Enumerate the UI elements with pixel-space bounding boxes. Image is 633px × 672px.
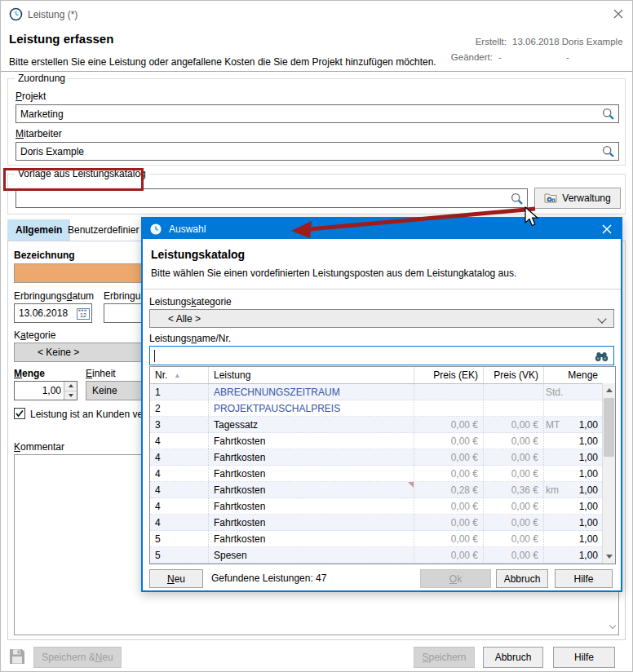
dialog-close-icon[interactable] (601, 223, 613, 235)
kategorie-value: < Keine > (38, 347, 79, 358)
zuordnung-legend: Zuordnung (15, 73, 69, 84)
dialog-clock-icon (149, 223, 162, 236)
window-title: Leistung (*) (28, 9, 77, 20)
table-row[interactable]: 4Fahrtkosten0,28 €0,36 €km1,00 (150, 482, 615, 498)
bezeichnung-label: Bezeichnung (14, 250, 75, 261)
billable-checkbox-label: Leistung ist an Kunden ve (30, 409, 143, 420)
clock-icon (9, 7, 23, 21)
vorlage-search-icon[interactable] (511, 192, 524, 208)
projekt-value: Marketing (20, 108, 64, 120)
col-header-menge[interactable]: Menge (544, 367, 603, 383)
table-row[interactable]: 4Fahrtkosten0,00 €0,00 €1,00 (150, 498, 615, 515)
menge-down-button[interactable] (64, 391, 77, 400)
leistungskategorie-value: < Alle > (168, 313, 201, 325)
verwaltung-label: Verwaltung (562, 192, 610, 204)
mitarbeiter-label: Mitarbeiter (15, 128, 62, 139)
col-header-nr[interactable]: Nr. ▲ (150, 367, 209, 383)
table-header-row: Nr. ▲ Leistung Preis (EK) Preis (VK) Men… (150, 367, 615, 384)
projekt-search-icon[interactable] (602, 108, 615, 123)
created-value: 13.06.2018 Doris Example (512, 37, 623, 46)
sort-asc-icon: ▲ (174, 372, 180, 379)
table-row[interactable]: 2PROJEKTPAUSCHALPREIS (150, 400, 615, 417)
kommentar-label: Kommentar (14, 441, 64, 453)
vorlage-legend: Vorlage aus Leistungskatalog (15, 168, 149, 179)
leistungskatalog-table: Nr. ▲ Leistung Preis (EK) Preis (VK) Men… (149, 366, 616, 564)
menge-spin-buttons (64, 382, 77, 400)
chevron-down-icon (597, 314, 606, 323)
neu-button[interactable]: Neu (149, 569, 203, 588)
scrollbar-down-icon[interactable] (603, 550, 615, 564)
window-close-icon[interactable] (609, 5, 627, 23)
erbringungsdatum-label: Erbringungsdatum (14, 290, 94, 302)
table-row[interactable]: 3Tagessatz0,00 €0,00 €MT1,00 (150, 417, 615, 433)
mitarbeiter-search-icon[interactable] (602, 145, 615, 161)
speichern-neu-button: Speichern & Neu (33, 647, 122, 668)
projekt-label: Projekt (15, 91, 46, 102)
menge-value: 1,00 (42, 385, 61, 396)
menge-stepper[interactable]: 1,00 (14, 381, 77, 400)
table-row[interactable]: 4Fahrtkosten0,00 €0,00 €1,00 (150, 466, 615, 482)
dialog-titlebar[interactable]: Auswahl (143, 219, 621, 239)
erbringungszeit-label: Erbringu (104, 290, 140, 302)
svg-text:12: 12 (80, 312, 86, 318)
page-title: Leistung erfassen (9, 32, 113, 46)
hilfe-button[interactable]: Hilfe (553, 647, 615, 668)
billable-checkbox[interactable] (14, 408, 25, 419)
col-header-preis-vk[interactable]: Preis (VK) (484, 367, 544, 383)
einheit-value: Keine (92, 385, 117, 396)
created-label: Erstellt: (409, 37, 507, 46)
dialog-description: Bitte wählen Sie einen vordefinierten Le… (151, 267, 516, 279)
speichern-button: Speichern (414, 647, 475, 668)
leistung-window: Leistung (*) Leistung erfassen Erstellt:… (0, 0, 633, 672)
erbringungsdatum-input[interactable]: 13.06.2018 12 (14, 303, 92, 323)
menge-up-button[interactable] (64, 382, 77, 391)
dialog-abbruch-button[interactable]: Abbruch (496, 569, 548, 588)
verwaltung-button[interactable]: Verwaltung (534, 188, 621, 209)
scrollbar-thumb[interactable] (604, 398, 614, 457)
scroll-down-chevron-icon[interactable] (609, 622, 616, 629)
leistungskategorie-select[interactable]: < Alle > (149, 309, 614, 328)
table-scrollbar[interactable] (602, 383, 615, 564)
header-divider (1, 71, 633, 72)
dialog-heading: Leistungskatalog (151, 248, 245, 261)
table-body: 1ABRECHNUNGSZEITRAUMStd.2PROJEKTPAUSCHAL… (150, 384, 615, 564)
abbruch-button[interactable]: Abbruch (483, 647, 543, 668)
modified-value-2: - (566, 52, 569, 62)
leistungskategorie-label: Leistungskategorie (149, 296, 232, 307)
note-marker-icon (408, 482, 414, 488)
vorlage-input[interactable] (15, 188, 528, 208)
erbringungsdatum-value: 13.06.2018 (19, 307, 68, 319)
page-subtitle: Bitte erstellen Sie eine Leistung oder a… (9, 56, 436, 68)
dialog-title: Auswahl (169, 223, 206, 235)
mitarbeiter-input[interactable]: Doris Example (15, 142, 619, 161)
binoculars-icon (595, 351, 609, 365)
menge-label: Menge (14, 368, 45, 379)
table-row[interactable]: 1ABRECHNUNGSZEITRAUMStd. (150, 384, 615, 400)
results-count: Gefundene Leistungen: 47 (211, 573, 326, 584)
dialog-hilfe-button[interactable]: Hilfe (555, 569, 613, 588)
ok-button: Ok (420, 569, 491, 588)
col-header-preis-ek[interactable]: Preis (EK) (414, 367, 484, 383)
leistungsname-search-input[interactable] (149, 346, 614, 365)
table-row[interactable]: 5Fahrtkosten0,00 €0,00 €1,00 (150, 531, 615, 547)
text-caret (154, 350, 155, 362)
dialog-divider (143, 289, 621, 290)
table-row[interactable]: 4Fahrtkosten0,00 €0,00 €1,00 (150, 515, 615, 531)
calendar-icon[interactable]: 12 (77, 307, 90, 322)
einheit-label: Einheit (86, 368, 116, 379)
save-icon (8, 648, 28, 667)
auswahl-dialog: Auswahl Leistungskatalog Bitte wählen Si… (141, 217, 622, 592)
table-row[interactable]: 4Fahrtkosten0,00 €0,00 €1,00 (150, 449, 615, 466)
table-row[interactable]: 4Fahrtkosten0,00 €0,00 €1,00 (150, 433, 615, 449)
modified-value-1: - (498, 52, 502, 62)
table-row[interactable]: 5Spesen0,00 €0,00 €1,00 (150, 547, 615, 564)
projekt-input[interactable]: Marketing (15, 104, 619, 123)
folder-gear-icon (544, 192, 557, 206)
kategorie-label: Kategorie (14, 329, 55, 341)
mitarbeiter-value: Doris Example (20, 146, 84, 157)
scrollbar-up-icon[interactable] (603, 383, 615, 397)
leistungsname-label: Leistungsname/Nr. (149, 333, 231, 344)
tab-benutzerdefiniert[interactable]: Benutzerdefinier (60, 219, 147, 241)
col-header-leistung[interactable]: Leistung (209, 367, 414, 383)
